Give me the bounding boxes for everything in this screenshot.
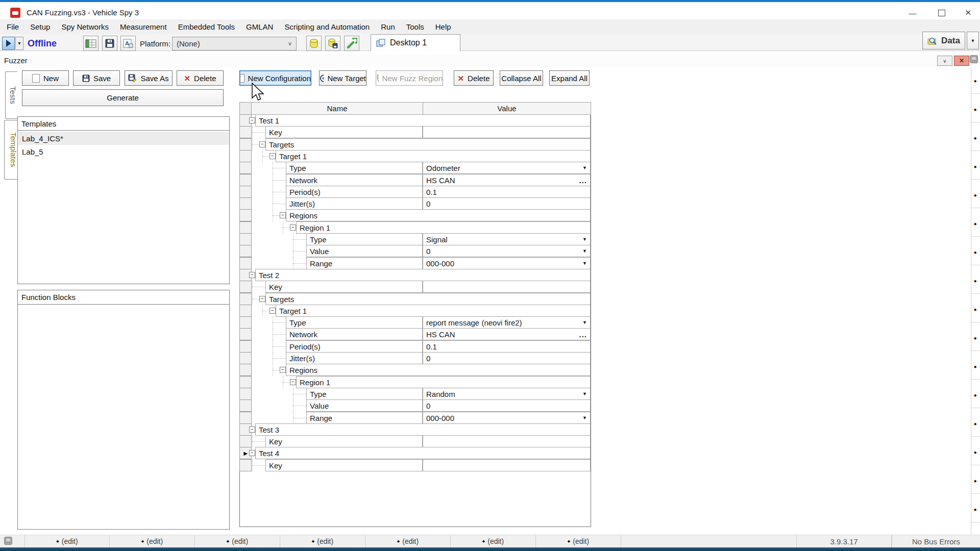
tree-row-name[interactable]: Regions <box>286 364 591 376</box>
expand-collapse-toggle[interactable]: − <box>270 308 276 314</box>
tree-row-value[interactable]: HS CAN... <box>423 174 591 186</box>
row-selector[interactable] <box>239 186 252 198</box>
expand-collapse-toggle[interactable]: − <box>270 153 276 159</box>
tree-row-name[interactable]: Type <box>306 233 423 245</box>
tree-row-name[interactable]: Jitter(s) <box>286 197 423 210</box>
tree-row-name[interactable]: Value <box>306 245 423 257</box>
tree-row-name[interactable]: Period(s) <box>286 186 423 198</box>
menu-item-embedded-tools[interactable]: Embedded Tools <box>173 19 240 34</box>
collapse-all-button[interactable]: Collapse All <box>500 70 543 86</box>
tree-row-name[interactable]: Key <box>265 281 423 293</box>
dropdown-arrow-icon[interactable]: ▼ <box>582 261 587 266</box>
tree-row-value[interactable]: 0 <box>423 352 591 364</box>
status-edit-cell[interactable]: ◆(edit) <box>451 535 536 547</box>
template-save-as-button[interactable]: Save As <box>125 70 173 86</box>
status-edit-cell[interactable]: ◆(edit) <box>365 535 451 547</box>
menu-item-tools[interactable]: Tools <box>401 19 430 34</box>
browse-ellipsis-button[interactable]: ... <box>579 330 587 339</box>
tree-row-value[interactable]: 000-000▼ <box>423 257 591 269</box>
template-item-lab4[interactable]: Lab_4_ICS* <box>18 132 229 145</box>
tree-row-value[interactable] <box>423 459 591 471</box>
row-selector[interactable] <box>239 388 252 400</box>
menu-item-gmlan[interactable]: GMLAN <box>240 19 279 34</box>
tree-row-value[interactable]: 0 <box>423 399 591 412</box>
row-selector[interactable] <box>239 316 252 329</box>
template-delete-button[interactable]: ✕ Delete <box>177 70 224 86</box>
status-edit-cell[interactable]: ◆(edit) <box>280 535 365 547</box>
tree-row-value[interactable]: Odometer▼ <box>423 162 591 174</box>
menu-item-file[interactable]: File <box>1 19 24 34</box>
tools-wrench-button[interactable] <box>344 36 359 51</box>
row-selector[interactable] <box>239 399 252 412</box>
row-selector[interactable] <box>239 126 252 138</box>
row-selector[interactable] <box>239 197 252 210</box>
expand-collapse-toggle[interactable]: − <box>280 367 286 373</box>
tree-row-name[interactable]: Range <box>306 412 423 424</box>
new-target-button[interactable]: New Target <box>319 70 366 86</box>
new-configuration-button[interactable]: New Configuration <box>239 70 311 86</box>
close-button[interactable]: ✕ <box>957 4 980 21</box>
row-selector[interactable] <box>239 328 252 340</box>
row-selector[interactable] <box>239 233 252 245</box>
column-header-name[interactable]: Name <box>251 102 423 115</box>
row-selector[interactable] <box>239 138 252 151</box>
column-header-value[interactable]: Value <box>423 102 591 115</box>
tree-row-value[interactable]: 0▼ <box>423 245 591 257</box>
tree-row-name[interactable]: Key <box>265 435 423 447</box>
tree-row-value[interactable]: 0.1 <box>423 340 591 353</box>
text-editor-button[interactable]: A <box>120 36 136 51</box>
tree-row-name[interactable]: Type <box>286 162 423 174</box>
menu-item-spy-networks[interactable]: Spy Networks <box>56 19 114 34</box>
save-setup-button[interactable] <box>102 36 117 51</box>
tree-row-name[interactable]: Type <box>306 388 423 400</box>
expand-collapse-toggle[interactable]: − <box>249 272 255 278</box>
side-tab-tests[interactable]: Tests <box>5 71 17 119</box>
browse-ellipsis-button[interactable]: ... <box>579 176 587 185</box>
expand-collapse-toggle[interactable]: − <box>259 296 265 302</box>
side-tab-templates[interactable]: Templates <box>4 120 18 180</box>
tree-row-value[interactable]: 000-000▼ <box>423 412 591 424</box>
row-selector[interactable] <box>239 245 252 257</box>
menu-item-setup[interactable]: Setup <box>24 19 56 34</box>
row-selector[interactable] <box>239 412 252 424</box>
expand-collapse-toggle[interactable]: − <box>259 141 265 147</box>
row-selector[interactable] <box>239 364 252 376</box>
tree-row-value[interactable]: Signal▼ <box>423 233 591 245</box>
expand-collapse-toggle[interactable]: − <box>249 427 255 433</box>
tree-row-name[interactable]: Targets <box>265 138 591 151</box>
row-selector[interactable] <box>239 352 252 364</box>
database-save-button[interactable] <box>325 36 340 51</box>
platform-select[interactable]: (None) ∨ <box>172 37 297 51</box>
expand-collapse-toggle[interactable]: − <box>290 379 296 385</box>
tree-row-name[interactable]: Test 1 <box>255 114 591 127</box>
expand-collapse-toggle[interactable]: − <box>249 450 255 456</box>
dropdown-arrow-icon[interactable]: ▼ <box>582 320 587 325</box>
template-new-button[interactable]: New <box>22 70 69 86</box>
dropdown-arrow-icon[interactable]: ▼ <box>582 391 587 396</box>
row-selector[interactable] <box>239 293 252 305</box>
row-selector[interactable] <box>239 257 252 269</box>
tree-row-value[interactable]: report message (neovi fire2)▼ <box>423 316 591 329</box>
panel-close-button[interactable]: ✕ <box>954 56 969 66</box>
row-selector[interactable] <box>239 221 252 234</box>
tree-row-value[interactable]: 0 <box>423 197 591 210</box>
menu-item-run[interactable]: Run <box>375 19 401 34</box>
tree-row-name[interactable]: Network <box>286 328 423 340</box>
row-selector[interactable] <box>239 376 252 388</box>
tree-row-name[interactable]: Type <box>286 316 423 329</box>
tree-row-name[interactable]: Target 1 <box>276 305 591 317</box>
tree-row-name[interactable]: Value <box>306 399 423 412</box>
row-selector[interactable] <box>239 281 252 293</box>
row-selector[interactable] <box>239 150 252 162</box>
tree-row-name[interactable]: Period(s) <box>286 340 423 353</box>
tree-row-name[interactable]: Test 2 <box>255 269 591 281</box>
status-edit-cell[interactable]: ◆(edit) <box>110 535 195 547</box>
minimize-button[interactable]: — <box>901 4 924 21</box>
tree-row-name[interactable]: Regions <box>286 209 591 221</box>
row-selector[interactable] <box>239 305 252 317</box>
messages-view-button[interactable] <box>83 36 99 51</box>
status-edit-cell[interactable]: ◆(edit) <box>195 535 280 547</box>
status-edit-cell[interactable]: ◆(edit) <box>536 535 621 547</box>
tree-row-name[interactable]: Range <box>306 257 423 269</box>
tree-row-name[interactable]: Test 4 <box>255 447 591 459</box>
